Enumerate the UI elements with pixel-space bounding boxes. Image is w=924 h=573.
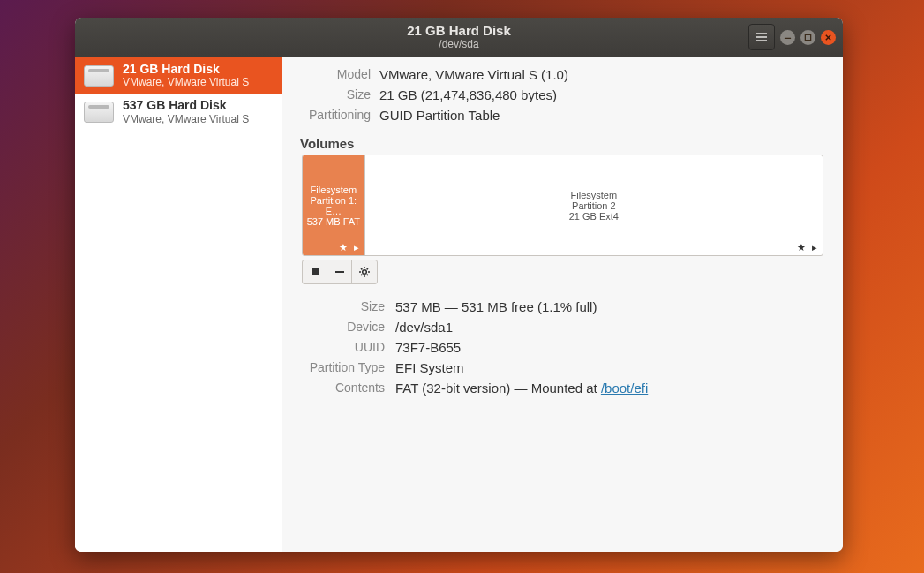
partitioning-label: Partitioning [298, 108, 379, 123]
mount-point-link[interactable]: /boot/efi [601, 381, 648, 396]
maximize-icon [804, 34, 812, 41]
volume-line: Partition 1: E… [303, 195, 364, 216]
psize-value: 537 MB — 531 MB free (1.1% full) [395, 299, 597, 314]
ptype-label: Partition Type [298, 360, 395, 375]
sidebar-disk-0[interactable]: 21 GB Hard Disk VMware, VMware Virtual S [75, 57, 282, 94]
psize-label: Size [298, 299, 395, 314]
size-value: 21 GB (21,474,836,480 bytes) [379, 87, 557, 102]
window-title: 21 GB Hard Disk [75, 23, 843, 39]
maximize-button[interactable] [800, 30, 815, 45]
svg-rect-0 [805, 34, 810, 40]
hamburger-menu-button[interactable] [748, 24, 775, 50]
size-label: Size [298, 87, 379, 102]
volume-indicators: ★ ▸ [797, 242, 819, 253]
gear-icon [358, 266, 371, 278]
volume-0[interactable]: Filesystem Partition 1: E… 537 MB FAT ★ … [303, 155, 365, 255]
contents-text: FAT (32-bit version) — Mounted at [395, 381, 601, 396]
volume-line: Filesystem [311, 185, 357, 195]
pcontents-value: FAT (32-bit version) — Mounted at /boot/… [395, 381, 648, 396]
sidebar-disk-subtitle: VMware, VMware Virtual S [123, 76, 249, 88]
volume-map: Filesystem Partition 1: E… 537 MB FAT ★ … [302, 155, 823, 256]
drive-icon [84, 102, 114, 123]
partition-settings-button[interactable] [352, 260, 377, 283]
titlebar: 21 GB Hard Disk /dev/sda [75, 18, 843, 57]
volume-indicators: ★ ▸ [339, 242, 361, 253]
minimize-button[interactable] [780, 30, 795, 45]
volumes-heading: Volumes [300, 136, 827, 151]
stop-icon [309, 266, 321, 278]
volume-line: Filesystem [571, 190, 618, 200]
svg-point-2 [363, 270, 367, 275]
window-subtitle: /dev/sda [75, 38, 843, 50]
sidebar-disk-title: 537 GB Hard Disk [123, 99, 249, 112]
sidebar-disk-title: 21 GB Hard Disk [123, 63, 249, 76]
drive-icon [84, 65, 114, 87]
volume-line: 21 GB Ext4 [569, 211, 619, 222]
svg-rect-1 [312, 268, 319, 275]
main-content: ModelVMware, VMware Virtual S (1.0) Size… [282, 57, 843, 552]
volume-line: Partition 2 [572, 200, 616, 211]
model-label: Model [298, 67, 379, 82]
pdevice-value: /dev/sda1 [395, 320, 453, 335]
partitioning-value: GUID Partition Table [379, 108, 500, 123]
puuid-value: 73F7-B655 [395, 340, 461, 355]
close-button[interactable] [821, 30, 836, 45]
disk-sidebar: 21 GB Hard Disk VMware, VMware Virtual S… [75, 57, 282, 552]
model-value: VMware, VMware Virtual S (1.0) [379, 67, 568, 82]
volume-toolbar [302, 260, 378, 284]
close-icon [824, 34, 832, 41]
pcontents-label: Contents [298, 381, 395, 396]
puuid-label: UUID [298, 340, 395, 355]
unmount-button[interactable] [303, 260, 327, 283]
sidebar-disk-1[interactable]: 537 GB Hard Disk VMware, VMware Virtual … [75, 94, 282, 130]
delete-partition-button[interactable] [327, 260, 352, 283]
pdevice-label: Device [298, 320, 395, 335]
disks-window: 21 GB Hard Disk /dev/sda 21 GB Hard Disk [75, 18, 843, 552]
volume-line: 537 MB FAT [307, 216, 360, 227]
minimize-icon [784, 34, 792, 41]
volume-1[interactable]: Filesystem Partition 2 21 GB Ext4 ★ ▸ [365, 155, 823, 255]
hamburger-icon [755, 30, 769, 44]
ptype-value: EFI System [395, 360, 464, 375]
sidebar-disk-subtitle: VMware, VMware Virtual S [123, 113, 249, 125]
minus-icon [334, 266, 346, 278]
